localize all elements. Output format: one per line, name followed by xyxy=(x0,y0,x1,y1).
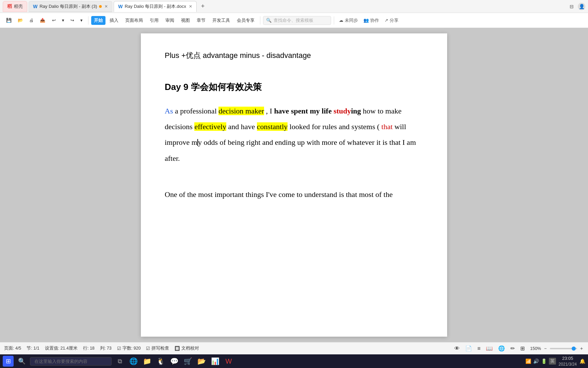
settings-label: 设置值: 21.4厘米 xyxy=(45,346,78,351)
explorer-icon[interactable]: 📁 xyxy=(142,356,152,367)
eye-icon[interactable]: 👁 xyxy=(454,346,460,352)
row-label: 行: 18 xyxy=(83,346,95,351)
dev-tab[interactable]: 开发工具 xyxy=(210,16,233,25)
redo-dropdown[interactable]: ▾ xyxy=(78,16,85,24)
text-how-to-make: how to make xyxy=(363,107,402,115)
layout-tab[interactable]: 页面布局 xyxy=(122,16,146,25)
tab-doc3[interactable]: W Ray Dalio 每日原则 - 副本.docx ✕ xyxy=(114,1,197,12)
taobao-icon[interactable]: 🛒 xyxy=(182,356,193,367)
globe-icon[interactable]: 🌐 xyxy=(498,345,505,352)
col-label: 列: 73 xyxy=(100,346,112,351)
lang-indicator[interactable]: 英 xyxy=(549,358,556,365)
add-tab-button[interactable]: + xyxy=(198,2,208,11)
para1-line3: improve m y odds of being right and endi… xyxy=(165,135,423,150)
outline-icon[interactable]: ≡ xyxy=(477,346,480,352)
toolbar: 💾 📂 🖨 📤 ↩ ▾ ↪ ▾ 开始 插入 页面布局 引用 审阅 视图 章节 开… xyxy=(0,13,588,28)
word-study-red: study xyxy=(333,107,351,115)
export-button[interactable]: 📤 xyxy=(37,16,48,24)
title-bar: 稻 稻壳 W Ray Dalio 每日原则 - 副本 (3) ✕ W Ray D… xyxy=(0,0,588,13)
save-button[interactable]: 💾 xyxy=(3,16,14,24)
tab-daoke[interactable]: 稻 稻壳 xyxy=(3,1,27,12)
crop-icon[interactable]: ⊞ xyxy=(520,345,525,352)
highlighted-decision-maker: decision maker xyxy=(218,107,264,115)
status-spell-check[interactable]: ☑ 拼写检查 xyxy=(146,346,169,351)
tab-close-doc3[interactable]: ✕ xyxy=(189,4,192,9)
search-button[interactable]: 🔍 xyxy=(16,356,27,367)
start-tab[interactable]: 开始 xyxy=(91,16,105,25)
word-that-red: that xyxy=(381,122,393,131)
status-col: 列: 73 xyxy=(100,346,112,351)
windows-icon[interactable]: ⊟ xyxy=(570,4,574,9)
taskbar: ⊞ 🔍 ⧉ 🌐 📁 🐧 💬 🛒 📂 📊 W 📶 🔊 🔋 英 23:05 2021… xyxy=(0,354,588,368)
tab-doc2[interactable]: W Ray Dalio 每日原则 - 副本 (3) ✕ xyxy=(29,1,112,12)
highlighted-constantly: constantly xyxy=(257,122,288,131)
document-area: Plus +优点 advantage minus - disadvantage … xyxy=(0,28,588,342)
avatar-icon[interactable]: 👤 xyxy=(578,3,585,10)
tab-unsaved-dot xyxy=(99,5,102,8)
files-icon[interactable]: 📂 xyxy=(196,356,207,367)
share-button[interactable]: ↗ 分享 xyxy=(382,16,401,25)
app-icon[interactable]: 📊 xyxy=(210,356,220,367)
title-bar-right: ⊟ 👤 xyxy=(570,3,585,10)
collab-label: 协作 xyxy=(370,17,379,24)
document-content[interactable]: Plus +优点 advantage minus - disadvantage … xyxy=(141,33,447,337)
notification-icon[interactable]: 🔔 xyxy=(579,358,585,364)
highlighted-effectively: effectively xyxy=(194,122,226,131)
zoom-minus[interactable]: － xyxy=(543,346,548,352)
cloud-sync-button[interactable]: ☁ 未同步 xyxy=(337,16,360,25)
redo-button[interactable]: ↪ xyxy=(68,16,77,24)
text-after: after. xyxy=(165,154,180,163)
wechat-icon[interactable]: 💬 xyxy=(169,356,180,367)
text-will: will xyxy=(394,122,406,131)
text-understand: understand is that most of the xyxy=(304,190,393,199)
undo-button[interactable]: ↩ xyxy=(49,16,59,24)
edge-icon[interactable]: 🌐 xyxy=(128,356,139,367)
read-icon[interactable]: 📄 xyxy=(465,345,472,352)
tab-close-doc2[interactable]: ✕ xyxy=(104,4,108,9)
text-have-spent: have spent my life xyxy=(274,107,331,115)
chapter-tab[interactable]: 章节 xyxy=(194,16,208,25)
vip-tab[interactable]: 会员专享 xyxy=(234,16,257,25)
network-icon[interactable]: 📶 xyxy=(525,358,531,364)
status-page: 页面: 4/5 xyxy=(4,346,21,351)
open-button[interactable]: 📂 xyxy=(15,16,26,24)
system-tray: 📶 🔊 🔋 英 xyxy=(525,358,556,365)
search-icon: 🔍 xyxy=(266,18,272,23)
zoom-thumb[interactable] xyxy=(572,347,576,351)
collab-icon: 👥 xyxy=(363,18,369,23)
separator1 xyxy=(88,16,88,25)
insert-tab[interactable]: 插入 xyxy=(107,16,121,25)
edit-icon[interactable]: ✏ xyxy=(510,345,515,352)
start-button[interactable]: ⊞ xyxy=(3,356,14,367)
qq-icon[interactable]: 🐧 xyxy=(155,356,166,367)
wps-icon[interactable]: W xyxy=(223,356,234,367)
references-tab[interactable]: 引用 xyxy=(147,16,161,25)
tab-label-doc2: Ray Dalio 每日原则 - 副本 (3) xyxy=(39,3,97,10)
print-button[interactable]: 🖨 xyxy=(27,16,36,24)
share-icon: ↗ xyxy=(385,18,388,23)
separator3 xyxy=(334,16,334,25)
zoom-control[interactable]: 150% － ＋ xyxy=(530,346,584,352)
battery-icon[interactable]: 🔋 xyxy=(541,358,547,364)
review-tab[interactable]: 审阅 xyxy=(163,16,177,25)
status-right: 👁 📄 ≡ 📖 🌐 ✏ ⊞ 150% － ＋ xyxy=(454,345,584,352)
cloud-sync-label: 未同步 xyxy=(345,17,358,24)
view-tab[interactable]: 视图 xyxy=(178,16,193,25)
tab-icon-daoke: 稻 xyxy=(7,3,12,10)
para2-line1: One of the most important things I've co… xyxy=(165,187,423,202)
volume-icon[interactable]: 🔊 xyxy=(533,358,539,364)
toolbar-search[interactable]: 🔍 查找命令、搜索模板 xyxy=(263,16,331,25)
collab-button[interactable]: 👥 协作 xyxy=(361,16,381,25)
tab-label-doc3: Ray Dalio 每日原则 - 副本.docx xyxy=(125,3,186,10)
undo-dropdown[interactable]: ▾ xyxy=(59,16,67,24)
zoom-slider[interactable] xyxy=(550,348,577,349)
book-icon[interactable]: 📖 xyxy=(486,345,493,352)
para1-line4: after. xyxy=(165,151,423,166)
toolbar-undo-group: ↩ ▾ ↪ ▾ xyxy=(49,16,85,24)
tab-label-daoke: 稻壳 xyxy=(14,3,23,10)
status-doc-compare[interactable]: 🔲 文档校对 xyxy=(175,346,199,351)
zoom-plus[interactable]: ＋ xyxy=(579,346,584,352)
checkmark-icon: ☑ xyxy=(117,346,121,351)
taskview-icon[interactable]: ⧉ xyxy=(114,356,125,367)
taskbar-search-input[interactable] xyxy=(30,357,112,366)
